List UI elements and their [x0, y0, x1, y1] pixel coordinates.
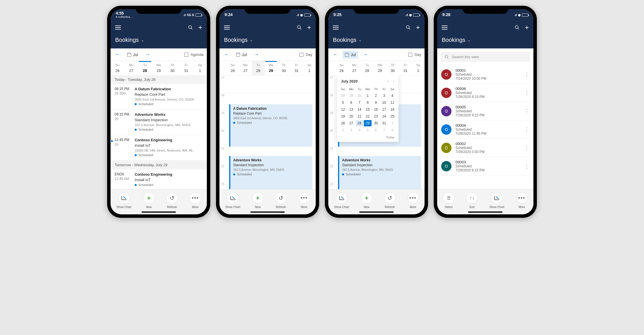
day-column[interactable]: Su26 — [111, 61, 124, 75]
picker-day[interactable]: 28 — [339, 93, 347, 99]
picker-day[interactable]: 6 — [347, 99, 355, 106]
item-more-icon[interactable]: ⋮ — [524, 145, 529, 151]
agenda-item[interactable]: ENDS 12:45 AM Contoso Engineering Instal… — [111, 169, 207, 189]
picker-day[interactable]: 15 — [364, 106, 372, 113]
search-icon[interactable] — [515, 25, 520, 30]
menu-button[interactable] — [333, 26, 339, 30]
new-button[interactable]: +New — [143, 192, 155, 209]
picker-day[interactable]: 12 — [339, 106, 347, 113]
next-arrow[interactable]: → — [362, 50, 369, 59]
day-column[interactable]: Su26 — [226, 61, 239, 75]
month-selector[interactable]: Jul — [343, 51, 358, 59]
prev-arrow[interactable]: ← — [223, 50, 230, 59]
picker-day[interactable]: 13 — [347, 106, 355, 113]
day-column[interactable]: We29 — [374, 61, 386, 75]
search-icon[interactable] — [297, 25, 302, 30]
menu-button[interactable] — [224, 26, 230, 30]
picker-day[interactable]: 10 — [380, 99, 388, 106]
select-button[interactable]: ☰Select — [443, 192, 454, 209]
picker-up-icon[interactable]: ↑ — [387, 79, 389, 83]
day-column[interactable]: We29 — [152, 61, 166, 75]
picker-day[interactable]: 17 — [380, 106, 388, 113]
day-column[interactable]: Fr31 — [399, 61, 412, 75]
month-selector[interactable]: Jul — [125, 51, 140, 59]
list-item[interactable]: O 00001 Scheduled 7/24/2020 10:00 PM ⋮ — [437, 65, 533, 84]
picker-day[interactable]: 2 — [372, 93, 380, 99]
picker-day[interactable]: 24 — [380, 113, 388, 119]
picker-day[interactable]: 4 — [388, 93, 396, 99]
view-toggle[interactable]: Day — [299, 52, 312, 57]
picker-day[interactable]: 23 — [372, 113, 380, 119]
page-title-dropdown[interactable]: Bookings ⌄ — [111, 34, 207, 48]
picker-day[interactable]: 26 — [339, 120, 347, 126]
agenda-item[interactable]: ▶ 11:45 PM 1h Contoso Engineering Instal… — [111, 135, 207, 160]
refresh-button[interactable]: Refresh — [275, 192, 287, 209]
prev-arrow[interactable]: ← — [332, 50, 339, 59]
show-chart-button[interactable]: Show Chart — [334, 192, 349, 209]
page-title-dropdown[interactable]: Bookings ⌄ — [219, 34, 316, 48]
picker-day[interactable]: 2 — [339, 127, 347, 133]
picker-day[interactable]: 30 — [372, 120, 380, 126]
day-column[interactable]: Tu28 — [361, 61, 374, 75]
menu-button[interactable] — [115, 26, 121, 30]
day-column[interactable]: Fr31 — [290, 61, 303, 75]
picker-day[interactable]: 5 — [364, 127, 372, 133]
picker-day[interactable]: 7 — [356, 99, 363, 106]
next-arrow[interactable]: → — [144, 50, 151, 59]
add-button[interactable]: + — [525, 23, 529, 32]
item-more-icon[interactable]: ⋮ — [524, 108, 529, 114]
search-icon[interactable] — [406, 25, 411, 30]
day-column[interactable]: Su26 — [335, 61, 348, 75]
add-button[interactable]: + — [307, 23, 311, 32]
day-column[interactable]: Sa1 — [193, 61, 207, 75]
item-more-icon[interactable]: ⋮ — [524, 163, 529, 169]
event-block[interactable]: Adventure WorksStandard Inspection162 S … — [229, 156, 312, 189]
agenda-item[interactable]: 06:15 PM 2h 30m A Datum Fabrication Repl… — [111, 84, 207, 109]
list-item[interactable]: O 00003 Scheduled 7/29/2020 6:15 PM ⋮ — [437, 157, 533, 175]
agenda-item[interactable]: 09:15 PM 2h Adventure Works Standard Ins… — [111, 109, 207, 135]
refresh-button[interactable]: Refresh — [384, 192, 396, 209]
day-column[interactable]: Th30 — [166, 61, 179, 75]
search-icon[interactable] — [188, 25, 193, 30]
picker-day[interactable]: 3 — [347, 127, 355, 133]
day-column[interactable]: Tu28 — [138, 61, 152, 75]
list-item[interactable]: O 00002 Scheduled 7/29/2020 3:30 PM ⋮ — [437, 139, 533, 157]
picker-day[interactable]: 6 — [372, 127, 380, 133]
view-toggle[interactable]: Day — [408, 52, 421, 57]
day-column[interactable]: Mo27 — [124, 61, 138, 75]
picker-day[interactable]: 20 — [347, 113, 355, 119]
picker-day[interactable]: 11 — [388, 99, 396, 106]
prev-arrow[interactable]: ← — [114, 50, 121, 59]
refresh-button[interactable]: Refresh — [166, 192, 178, 209]
picker-day[interactable]: 18 — [388, 106, 396, 113]
picker-day[interactable]: 25 — [388, 113, 396, 119]
view-toggle[interactable]: Agenda — [184, 52, 203, 57]
more-button[interactable]: •••More — [299, 192, 310, 209]
picker-day[interactable]: 30 — [356, 93, 363, 99]
list-item[interactable]: O 00006 Scheduled 7/28/2020 6:15 PM ⋮ — [437, 84, 533, 102]
picker-day[interactable]: 21 — [356, 113, 363, 119]
more-button[interactable]: •••More — [190, 192, 201, 209]
item-more-icon[interactable]: ⋮ — [524, 126, 529, 133]
event-block[interactable]: Adventure WorksStandard Inspection162 S … — [338, 156, 421, 189]
picker-day[interactable]: 5 — [339, 99, 347, 106]
page-title-dropdown[interactable]: Bookings ⌄ — [328, 34, 425, 48]
day-column[interactable]: We29 — [265, 61, 278, 75]
day-column[interactable]: Tu28 — [252, 61, 265, 75]
picker-day[interactable]: 29 — [364, 120, 372, 126]
picker-day[interactable]: 22 — [364, 113, 372, 119]
picker-day[interactable]: 1 — [364, 93, 372, 99]
new-button[interactable]: +New — [361, 192, 372, 209]
picker-day[interactable]: 16 — [372, 106, 380, 113]
picker-day[interactable]: 31 — [380, 120, 388, 126]
picker-day[interactable]: 27 — [347, 120, 355, 126]
day-column[interactable]: Th30 — [386, 61, 399, 75]
picker-day[interactable]: 14 — [356, 106, 363, 113]
show-chart-button[interactable]: Show Chart — [489, 192, 504, 209]
day-column[interactable]: Mo27 — [239, 61, 252, 75]
list-item[interactable]: O 00005 Scheduled 7/28/2020 9:15 PM ⋮ — [437, 102, 533, 120]
menu-button[interactable] — [442, 26, 447, 30]
picker-day[interactable]: 4 — [356, 127, 363, 133]
today-link[interactable]: Today — [339, 133, 396, 139]
day-column[interactable]: Fr31 — [179, 61, 193, 75]
